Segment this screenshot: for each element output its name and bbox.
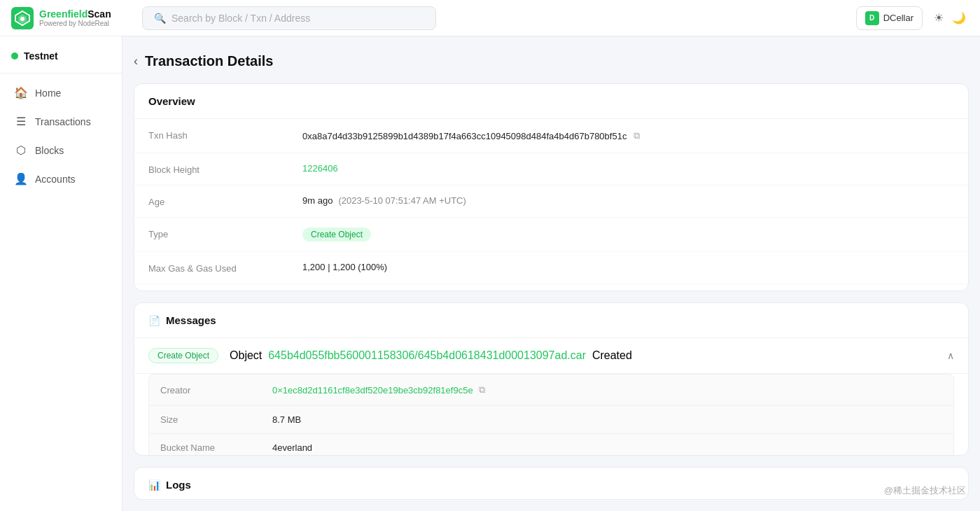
chevron-up-icon: ∧ <box>947 350 954 361</box>
size-value: 8.7 MB <box>272 414 301 425</box>
dcellar-icon: D <box>865 11 879 25</box>
sidebar-item-label: Home <box>35 88 61 99</box>
creator-link[interactable]: 0×1ec8d2d1161cf8e3df520e19be3cb92f81ef9c… <box>272 385 473 396</box>
page-title: Transaction Details <box>145 53 273 69</box>
accounts-icon: 👤 <box>14 172 28 186</box>
copy-creator-button[interactable]: ⧉ <box>477 383 486 397</box>
bucket-label: Bucket Name <box>160 442 272 453</box>
creator-row: Creator 0×1ec8d2d1161cf8e3df520e19be3cb9… <box>149 374 953 406</box>
gas-value: 1,200 | 1,200 (100%) <box>302 262 387 272</box>
block-height-value: 1226406 <box>302 163 338 174</box>
main-content: ‹ Transaction Details Overview Txn Hash … <box>122 36 980 511</box>
creator-label: Creator <box>160 385 272 396</box>
sidebar: Testnet 🏠 Home ☰ Transactions ⬡ Blocks 👤… <box>0 36 122 511</box>
bucket-value: 4everland <box>272 442 312 453</box>
logo-text: GreenfieldScan Powered by NodeReal <box>39 8 111 28</box>
size-row: Size 8.7 MB <box>149 406 953 434</box>
type-label: Type <box>148 227 302 239</box>
type-row: Type Create Object <box>134 218 968 252</box>
creator-value: 0×1ec8d2d1161cf8e3df520e19be3cb92f81ef9c… <box>272 383 486 397</box>
back-button[interactable]: ‹ <box>134 54 138 69</box>
txn-hash-row: Txn Hash 0xa8a7d4d33b9125899b1d4389b17f4… <box>134 119 968 153</box>
size-label: Size <box>160 414 272 425</box>
network-dot <box>11 52 18 59</box>
txn-hash-label: Txn Hash <box>148 129 302 141</box>
dcellar-label: DCellar <box>883 13 913 23</box>
bucket-row: Bucket Name 4everland <box>149 434 953 456</box>
messages-card: 📄 Messages Create Object Object 645b4d05… <box>134 302 969 456</box>
sidebar-item-home[interactable]: 🏠 Home <box>6 79 116 106</box>
message-row[interactable]: Create Object Object 645b4d055fbb5600011… <box>134 338 968 374</box>
topbar-right: D DCellar ☀ 🌙 <box>856 6 969 30</box>
status-row: Status ✓ Success <box>134 284 968 291</box>
network-badge: Testnet <box>0 45 122 74</box>
dcellar-button[interactable]: D DCellar <box>856 6 923 30</box>
logs-title: 📊 Logs <box>134 468 968 500</box>
logo-icon <box>11 7 34 29</box>
sidebar-item-blocks[interactable]: ⬡ Blocks <box>6 136 116 164</box>
transactions-icon: ☰ <box>14 115 28 128</box>
age-value: 9m ago (2023-5-10 07:51:47 AM +UTC) <box>302 195 466 206</box>
message-type-badge: Create Object <box>148 348 218 363</box>
sidebar-nav: 🏠 Home ☰ Transactions ⬡ Blocks 👤 Account… <box>0 79 122 192</box>
network-label: Testnet <box>24 50 58 62</box>
topbar: GreenfieldScan Powered by NodeReal 🔍 D D… <box>0 0 980 36</box>
light-theme-button[interactable]: ☀ <box>931 8 946 27</box>
logs-icon: 📊 <box>148 479 160 491</box>
search-icon: 🔍 <box>154 13 166 24</box>
search-input[interactable] <box>172 13 424 24</box>
block-height-row: Block Height 1226406 <box>134 153 968 186</box>
blocks-icon: ⬡ <box>14 144 28 157</box>
app-body: Testnet 🏠 Home ☰ Transactions ⬡ Blocks 👤… <box>0 36 980 511</box>
dark-theme-button[interactable]: 🌙 <box>949 8 969 27</box>
svg-point-3 <box>20 17 24 21</box>
gas-row: Max Gas & Gas Used 1,200 | 1,200 (100%) <box>134 252 968 284</box>
age-row: Age 9m ago (2023-5-10 07:51:47 AM +UTC) <box>134 186 968 218</box>
messages-title: 📄 Messages <box>134 303 968 338</box>
logs-card: 📊 Logs <box>134 467 969 500</box>
sidebar-item-label: Accounts <box>35 174 76 185</box>
message-body: Creator 0×1ec8d2d1161cf8e3df520e19be3cb9… <box>148 374 954 456</box>
age-label: Age <box>148 195 302 207</box>
type-value: Create Object <box>302 227 371 241</box>
overview-title: Overview <box>134 84 968 119</box>
block-height-link[interactable]: 1226406 <box>302 163 338 174</box>
theme-buttons: ☀ 🌙 <box>931 8 969 27</box>
copy-txn-hash-button[interactable]: ⧉ <box>632 129 641 143</box>
gas-label: Max Gas & Gas Used <box>148 262 302 274</box>
page-header: ‹ Transaction Details <box>134 48 969 72</box>
type-badge: Create Object <box>302 227 371 241</box>
message-object-link[interactable]: 645b4d055fbb560001158306/645b4d0618431d0… <box>268 349 586 361</box>
search-bar[interactable]: 🔍 <box>142 6 436 30</box>
sidebar-item-label: Blocks <box>35 145 64 156</box>
sidebar-item-transactions[interactable]: ☰ Transactions <box>6 108 116 135</box>
messages-icon: 📄 <box>148 315 160 326</box>
sidebar-item-label: Transactions <box>35 116 91 127</box>
logo-area: GreenfieldScan Powered by NodeReal <box>11 7 134 29</box>
txn-hash-value: 0xa8a7d4d33b9125899b1d4389b17f4a663cc109… <box>302 129 641 143</box>
block-height-label: Block Height <box>148 163 302 175</box>
sidebar-item-accounts[interactable]: 👤 Accounts <box>6 165 116 192</box>
topbar-left: GreenfieldScan Powered by NodeReal 🔍 <box>11 6 436 30</box>
home-icon: 🏠 <box>14 86 28 99</box>
overview-card: Overview Txn Hash 0xa8a7d4d33b9125899b1d… <box>134 83 969 291</box>
message-text: Object 645b4d055fbb560001158306/645b4d06… <box>230 349 632 362</box>
